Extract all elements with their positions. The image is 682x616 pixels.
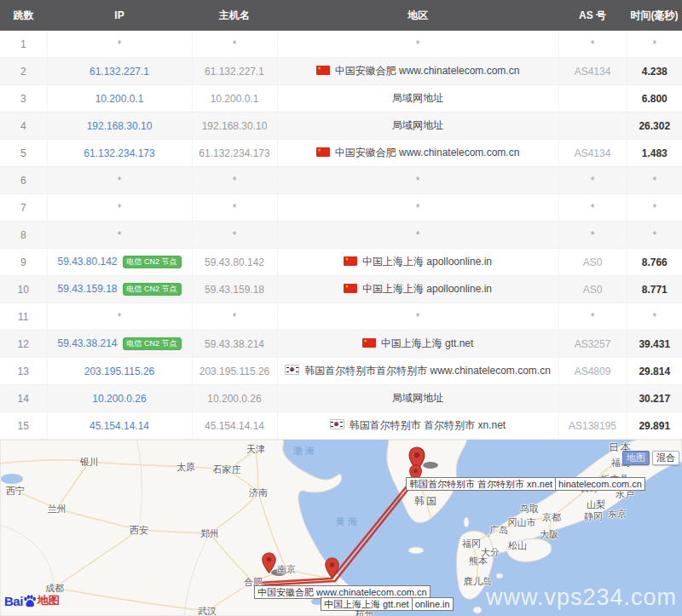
- table-row: 1545.154.14.1445.154.14.14韩国首尔特别市 首尔特别市 …: [0, 412, 682, 440]
- hop-number-cell: 6: [0, 167, 47, 194]
- asn: AS0: [583, 256, 603, 268]
- hop-number-cell: 10: [0, 276, 47, 303]
- region-text: 中国上海上海 apolloonline.in: [362, 256, 492, 268]
- hop-number-cell: 2: [0, 58, 47, 85]
- region-text: 中国上海上海 apolloonline.in: [362, 283, 492, 295]
- asn: AS3257: [575, 338, 611, 350]
- ip-link[interactable]: 203.195.115.26: [84, 366, 155, 377]
- hostname: 61.132.234.173: [199, 147, 269, 159]
- china-flag-icon: [362, 338, 376, 348]
- latency: *: [652, 38, 656, 50]
- hostname-cell: 61.132.227.1: [192, 58, 277, 85]
- ip-link-cell: *: [47, 303, 192, 331]
- ip-link[interactable]: 59.43.159.18: [57, 283, 117, 295]
- hop-number-cell: 1: [0, 31, 47, 58]
- latency: 8.766: [642, 256, 668, 268]
- ip-link: *: [118, 229, 122, 241]
- asn-cell: *: [558, 167, 627, 194]
- ip-link[interactable]: 10.200.0.26: [92, 393, 146, 405]
- table-row: 8*****: [0, 222, 682, 249]
- hop-number: 13: [18, 366, 29, 377]
- hostname: *: [233, 229, 237, 241]
- region-text: *: [416, 311, 420, 323]
- baidu-maps-logo[interactable]: Bai 地图: [4, 593, 60, 608]
- latency: *: [652, 202, 656, 214]
- hop-number-cell: 4: [0, 112, 47, 140]
- asn: AS0: [583, 284, 603, 296]
- ip-link[interactable]: 192.168.30.10: [87, 120, 153, 132]
- china-flag-icon: [344, 284, 357, 293]
- latency-cell: *: [627, 194, 682, 222]
- ip-link-cell: *: [47, 31, 192, 58]
- ip-link-cell: 10.200.0.26: [47, 385, 192, 412]
- asn-cell: AS138195: [558, 412, 627, 440]
- hop-number: 8: [20, 229, 26, 241]
- asn-cell: *: [558, 303, 627, 331]
- cn2-node-badge: 电信 CN2 节点: [123, 337, 182, 350]
- hostname: 59.43.38.214: [205, 338, 264, 350]
- latency: 30.217: [639, 393, 670, 405]
- cn2-node-badge: 电信 CN2 节点: [123, 283, 182, 296]
- latency: *: [652, 175, 656, 187]
- hop-number: 7: [20, 202, 26, 214]
- hop-number: 4: [20, 120, 26, 132]
- latency: 1.483: [642, 147, 668, 159]
- hostname-cell: 10.200.0.1: [192, 85, 277, 112]
- hostname-cell: 59.43.80.142: [192, 249, 277, 276]
- ip-link-cell: *: [47, 167, 192, 194]
- table-row: 1259.43.38.214电信 CN2 节点59.43.38.214中国上海上…: [0, 331, 682, 358]
- asn-cell: *: [558, 31, 627, 58]
- region-cell: 局域网地址: [277, 385, 558, 412]
- asn: AS4134: [575, 66, 611, 78]
- asn: *: [591, 311, 595, 323]
- location-pin-icon[interactable]: [324, 557, 340, 583]
- hop-number-cell: 7: [0, 194, 47, 222]
- asn: *: [591, 202, 595, 214]
- map-tooltip-group: 韩国首尔特别市 首尔特别市 xn.nethinatelecom.com.cn: [407, 477, 645, 491]
- ip-link[interactable]: 61.132.234.173: [84, 147, 154, 159]
- asn-cell: [558, 385, 627, 412]
- map-view-button[interactable]: 地图: [622, 451, 650, 465]
- ip-link: *: [118, 175, 122, 187]
- latency-cell: 39.431: [627, 331, 682, 358]
- hostname-cell: 45.154.14.14: [192, 412, 277, 440]
- ip-link[interactable]: 10.200.0.1: [95, 93, 144, 105]
- ip-link-cell: *: [47, 194, 192, 222]
- hop-number: 2: [20, 66, 26, 78]
- col-header-hop: 跳数: [0, 0, 47, 31]
- region-cell: 中国安徽合肥 www.chinatelecom.com.cn: [277, 58, 558, 85]
- baidu-map-canvas[interactable]: 天津渤海银川太原石家庄西宁济南兰州西安郑州黄海韩国日本成都武汉合肥南京杭州福冈熊…: [0, 440, 682, 616]
- latency: *: [652, 229, 656, 241]
- map-tooltip: hinatelecom.com.cn: [555, 477, 645, 491]
- china-flag-icon: [316, 147, 330, 157]
- ip-link[interactable]: 59.43.80.142: [57, 256, 117, 268]
- asn-cell: AS3257: [558, 331, 627, 358]
- hostname: 10.200.0.26: [207, 393, 261, 405]
- cn2-node-badge: 电信 CN2 节点: [123, 256, 182, 268]
- latency-cell: 29.891: [627, 412, 682, 440]
- hop-number-cell: 11: [0, 303, 47, 331]
- hop-number-cell: 14: [0, 385, 47, 412]
- asn: AS4134: [575, 147, 611, 159]
- region-text: 中国安徽合肥 www.chinatelecom.com.cn: [335, 65, 520, 77]
- ip-link[interactable]: 59.43.38.214: [57, 337, 117, 349]
- asn-cell: *: [558, 194, 627, 222]
- hostname: 45.154.14.14: [205, 420, 264, 432]
- korea-flag-icon: [330, 419, 344, 429]
- latency-cell: 29.814: [627, 358, 682, 385]
- col-header-ip: IP: [47, 0, 192, 31]
- ip-link[interactable]: 45.154.14.14: [90, 420, 149, 432]
- hybrid-view-button[interactable]: 混合: [652, 451, 679, 465]
- table-row: 13203.195.115.26203.195.115.26韩国首尔特别市首尔特…: [0, 358, 682, 385]
- region-text: *: [416, 38, 420, 50]
- hop-number-cell: 13: [0, 358, 47, 385]
- region-text: 局域网地址: [392, 119, 443, 131]
- table-row: 1059.43.159.18电信 CN2 节点59.43.159.18中国上海上…: [0, 276, 682, 303]
- asn-cell: AS0: [558, 276, 627, 303]
- hop-number: 11: [18, 311, 28, 323]
- region-text: *: [416, 229, 420, 241]
- location-pin-icon[interactable]: [261, 552, 277, 578]
- ip-link[interactable]: 61.132.227.1: [90, 66, 149, 78]
- region-cell: *: [277, 303, 558, 331]
- asn-cell: [558, 85, 627, 112]
